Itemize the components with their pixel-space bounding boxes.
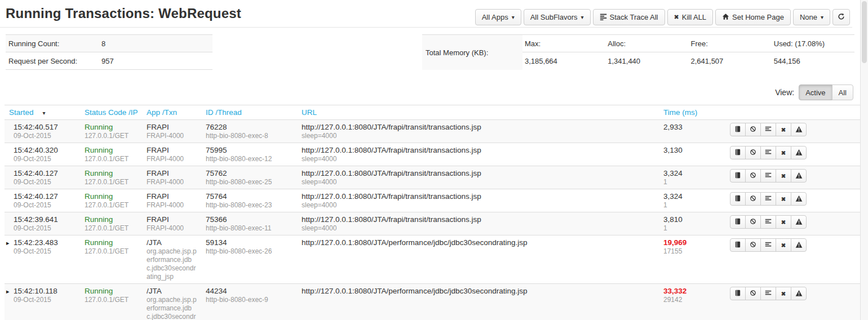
ignore-button[interactable] [745,123,761,136]
kill-transaction-button[interactable]: ✖ [776,287,791,300]
memory-label: Total Memory (KB): [422,35,522,70]
stack-trace-button[interactable] [760,169,776,183]
all-apps-dropdown[interactable]: All Apps ▾ [475,9,521,25]
kill-transaction-button[interactable]: ✖ [776,192,791,206]
log-button[interactable] [730,169,746,183]
log-button[interactable] [730,123,746,136]
txn-name: FRAPI-4000 [147,178,197,186]
memory-used-value: 544,156 [772,52,854,70]
refresh-icon [838,13,845,22]
stats-section: Running Count: 8 Request per Second: 957… [6,34,854,70]
started-date: 09-Oct-2015 [14,132,76,140]
stack-trace-button[interactable] [760,192,776,206]
ignore-button[interactable] [745,287,761,300]
id-cell: 59134 http-bio-8080-exec-26 [201,235,297,284]
time-value: 3,324 [663,192,721,201]
stack-trace-button[interactable] [760,146,776,159]
app-name: /JTA [147,286,197,296]
col-header-time[interactable]: Time (ms) [659,105,725,120]
txn-name: org.apache.jsp.performance.jdbc.jdbc30se… [147,296,197,320]
time-sub: 1 [663,201,721,210]
ignore-button[interactable] [745,169,761,183]
log-button[interactable] [730,215,746,229]
started-cell: ▸ 15:42:40.320 09-Oct-2015 [5,143,80,166]
col-header-status[interactable]: Status Code /IP [80,105,142,120]
expand-caret-icon[interactable]: ▸ [6,288,10,295]
url-cell: http://127.0.0.1:8080/JTA/frapi/transit/… [297,120,659,143]
x-icon: ✖ [781,291,786,297]
warning-icon [795,172,803,180]
expand-caret-icon[interactable]: ▸ [6,239,10,247]
align-left-icon [765,172,772,180]
col-header-url[interactable]: URL [297,105,659,120]
started-date: 09-Oct-2015 [14,247,76,256]
ignore-button[interactable] [745,146,761,159]
stack-trace-button[interactable] [760,287,776,300]
warning-button[interactable] [791,123,807,136]
table-row: ▸ 15:42:40.127 09-Oct-2015 Running 127.0… [5,166,863,189]
url-cell: http://127.0.0.1:8080/JTA/frapi/transit/… [297,212,659,235]
actions-cell: ✖ [725,166,863,189]
started-time: 15:42:10.118 [14,286,76,296]
all-subflavors-label: All SubFlavors [530,13,578,21]
started-cell: ▸ 15:42:40.127 09-Oct-2015 [5,166,80,189]
kill-transaction-button[interactable]: ✖ [776,238,791,252]
txn-name: FRAPI-4000 [147,201,197,210]
col-header-id[interactable]: ID /Thread [201,105,297,120]
warning-button[interactable] [791,215,807,229]
kill-transaction-button[interactable]: ✖ [776,215,791,229]
started-header-label: Started [9,108,34,117]
time-sub: 1 [663,178,721,186]
all-subflavors-dropdown[interactable]: All SubFlavors ▾ [524,9,591,25]
kill-transaction-button[interactable]: ✖ [776,146,791,159]
vertical-scrollbar[interactable] [860,0,868,320]
warning-icon [795,195,803,203]
started-time: 15:42:40.517 [14,122,76,132]
ignore-button[interactable] [745,192,761,206]
warning-button[interactable] [791,146,807,159]
row-action-group: ✖ [730,238,807,252]
log-button[interactable] [730,192,746,206]
x-icon: ✖ [781,196,786,202]
warning-button[interactable] [791,238,807,252]
book-icon [734,172,741,180]
request-url: http://127.0.0.1:8080/JTA/performance/jd… [302,286,654,296]
stack-trace-all-label: Stack Trace All [610,13,658,21]
col-header-app[interactable]: App /Txn [142,105,201,120]
url-params: sleep=4000 [302,178,654,186]
id-cell: 75764 http-bio-8080-exec-23 [201,189,297,212]
kill-transaction-button[interactable]: ✖ [776,123,791,136]
ignore-button[interactable] [745,215,761,229]
stack-trace-button[interactable] [760,215,776,229]
log-button[interactable] [730,146,746,159]
memory-grid: Max: Alloc: Free: Used: (17.08%) 3,185,6… [522,35,854,70]
warning-button[interactable] [791,192,807,206]
col-header-started[interactable]: Started▾ [5,105,80,120]
stack-trace-button[interactable] [760,238,776,252]
started-date: 09-Oct-2015 [14,155,76,163]
kill-all-button[interactable]: ✖ Kill ALL [667,9,714,25]
warning-button[interactable] [791,287,807,300]
stack-trace-all-button[interactable]: Stack Trace All [593,9,665,25]
ip-method: 127.0.0.1/GET [85,178,138,186]
x-icon: ✖ [781,219,786,225]
refresh-button[interactable] [832,9,850,25]
scrollbar-thumb[interactable] [862,1,867,63]
log-button[interactable] [730,287,746,300]
time-cell: 3,324 1 [659,166,725,189]
view-all-button[interactable]: All [832,85,853,100]
app-name: FRAPI [147,122,197,132]
stack-trace-button[interactable] [760,123,776,136]
thread-name: http-bio-8080-exec-11 [206,224,293,233]
log-button[interactable] [730,238,746,252]
view-active-button[interactable]: Active [799,85,832,100]
set-home-page-button[interactable]: Set Home Page [715,9,791,25]
none-dropdown[interactable]: None ▾ [793,9,830,25]
time-cell: 3,130 [659,143,725,166]
kill-transaction-button[interactable]: ✖ [776,169,791,183]
app-cell: /JTA org.apache.jsp.performance.jdbc.jdb… [142,235,201,284]
all-apps-label: All Apps [482,13,508,21]
ban-icon [750,195,756,203]
ignore-button[interactable] [745,238,761,252]
warning-button[interactable] [791,169,807,183]
